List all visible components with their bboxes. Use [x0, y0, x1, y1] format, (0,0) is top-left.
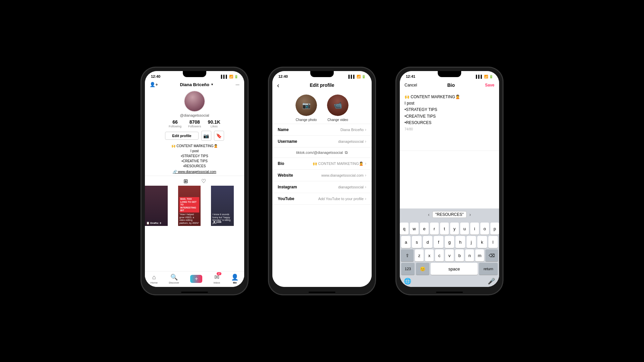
key-r[interactable]: r	[430, 223, 439, 235]
bio-text-content: 🙌 CONTENT MARKETING🙎 I post •STRATEGY TI…	[405, 94, 494, 126]
key-numbers[interactable]: 123	[401, 263, 415, 275]
mic-icon[interactable]: 🎤	[488, 278, 495, 285]
autocorrect-suggestion[interactable]: "RESOURCES"	[432, 211, 467, 218]
key-j[interactable]: j	[467, 236, 476, 248]
phone-1: 12:40 ▌▌▌ 📶 🔋 👤+ Diana Briceño ▼ ···	[141, 67, 248, 295]
discover-icon: 🔍	[170, 274, 178, 281]
ep-title: Edit profile	[310, 82, 334, 88]
globe-icon[interactable]: 🌐	[404, 278, 411, 285]
key-shift[interactable]: ⇧	[401, 249, 414, 261]
key-h[interactable]: h	[455, 236, 465, 248]
key-space[interactable]: space	[431, 263, 478, 275]
avatar[interactable]	[184, 90, 205, 112]
avatar-image	[184, 91, 205, 111]
nav-home[interactable]: ⌂ Home	[151, 274, 158, 284]
bio-textarea-area[interactable]: 🙌 CONTENT MARKETING🙎 I post •STRATEGY TI…	[400, 90, 499, 151]
key-d[interactable]: d	[423, 236, 432, 248]
key-b[interactable]: b	[455, 249, 464, 261]
nav-inbox[interactable]: ✉ 17 Inbox	[214, 274, 220, 284]
profile-stats: 66 Following 8708 Followers 90.1K Likes	[145, 119, 244, 128]
profile-screen: 👤+ Diana Briceño ▼ ··· @dianagetssocial …	[145, 80, 244, 287]
dropdown-icon: ▼	[211, 83, 214, 86]
save-button[interactable]: Save	[485, 83, 494, 87]
notch-2	[310, 71, 334, 77]
ep-tiktok-link-row: tiktok.com/@dianagetssocial ⧉	[272, 147, 372, 158]
add-user-icon[interactable]: 👤+	[150, 82, 158, 87]
bio-header: Cancel Bio Save	[400, 80, 499, 90]
ep-video-circle: 📹	[327, 95, 348, 116]
status-time-1: 12:40	[151, 74, 160, 78]
ep-field-bio[interactable]: Bio 🙌 CONTENT MARKETING🙎 ›	[272, 158, 372, 170]
home-indicator-3	[436, 292, 463, 293]
phone-2-screen: 12:40 ▌▌▌ 📶 🔋 ‹ Edit profile 📷	[272, 71, 372, 287]
ep-change-photo[interactable]: 📷 Change photo	[296, 95, 317, 122]
ep-field-name[interactable]: Name Diana Briceño ›	[272, 124, 372, 136]
keyboard-row-4: 123 😊 space return	[401, 263, 498, 275]
ep-field-website[interactable]: Website www.dianagetssocial.com ›	[272, 170, 372, 181]
bottom-nav: ⌂ Home 🔍 Discover + ✉ 17 Inbox	[145, 271, 244, 287]
ep-header: ‹ Edit profile	[272, 80, 372, 90]
chevron-icon-2: ›	[365, 139, 366, 144]
stat-likes[interactable]: 90.1K Likes	[208, 119, 220, 128]
tab-liked[interactable]: ♡	[201, 178, 206, 184]
key-s[interactable]: s	[412, 236, 421, 248]
tab-grid[interactable]: ⊞	[183, 178, 188, 184]
bio-title: Bio	[447, 82, 455, 88]
key-a[interactable]: a	[401, 236, 411, 248]
key-x[interactable]: x	[425, 249, 434, 261]
edit-profile-button[interactable]: Edit profile	[165, 132, 198, 140]
nav-create-button[interactable]: +	[190, 275, 202, 283]
key-return[interactable]: return	[479, 263, 498, 275]
nav-me[interactable]: 👤 Me	[231, 274, 238, 284]
bio-spacer	[400, 151, 499, 208]
bookmark-button[interactable]: 🔖	[214, 131, 224, 141]
ep-photos: 📷 Change photo 📹 Change video	[272, 90, 372, 124]
key-v[interactable]: v	[445, 249, 454, 261]
cancel-button[interactable]: Cancel	[405, 83, 417, 87]
nav-discover[interactable]: 🔍 Discover	[169, 274, 179, 284]
key-w[interactable]: w	[410, 223, 419, 235]
ep-field-youtube[interactable]: YouTube Add YouTube to your profile ›	[272, 193, 372, 205]
notch-1	[183, 71, 206, 77]
key-z[interactable]: z	[415, 249, 424, 261]
autocorrect-bar: ‹ "RESOURCES" ›	[400, 208, 499, 221]
key-delete[interactable]: ⌫	[485, 249, 498, 261]
video-thumb-2[interactable]: BAD, TOO LONG TO GET TO INTERESTING BIT …	[178, 186, 201, 226]
profile-link[interactable]: 🔗 www.dianagetssocial.com	[145, 170, 244, 174]
stat-followers[interactable]: 8708 Followers	[188, 119, 201, 128]
key-t[interactable]: t	[440, 223, 449, 235]
ep-change-video[interactable]: 📹 Change video	[327, 95, 348, 122]
key-i[interactable]: i	[470, 223, 479, 235]
key-y[interactable]: y	[450, 223, 459, 235]
ep-field-username[interactable]: Username dianagetssocial ›	[272, 136, 372, 147]
key-u[interactable]: u	[460, 223, 469, 235]
ep-field-instagram[interactable]: Instagram dianagetssocial ›	[272, 181, 372, 193]
key-emoji[interactable]: 😊	[416, 263, 429, 275]
back-button[interactable]: ‹	[277, 81, 279, 89]
profile-username-header[interactable]: Diana Briceño ▼	[180, 82, 214, 87]
key-e[interactable]: e	[420, 223, 429, 235]
video-desc-2: "How I helped grow VEED, a video editing…	[179, 213, 200, 225]
instagram-link-button[interactable]: 📷	[201, 131, 211, 141]
notch-3	[438, 71, 461, 77]
key-o[interactable]: o	[480, 223, 489, 235]
status-time-3: 12:41	[406, 74, 415, 78]
copy-icon[interactable]: ⧉	[345, 150, 348, 155]
key-m[interactable]: m	[475, 249, 484, 261]
key-k[interactable]: k	[477, 236, 487, 248]
profile-tabs: ⊞ ♡	[145, 176, 244, 186]
key-c[interactable]: c	[435, 249, 444, 261]
key-l[interactable]: l	[488, 236, 498, 248]
inbox-count-badge: 17	[217, 272, 221, 275]
key-f[interactable]: f	[434, 236, 443, 248]
more-options-icon[interactable]: ···	[235, 82, 239, 87]
key-g[interactable]: g	[445, 236, 454, 248]
home-indicator-1	[181, 292, 208, 293]
key-n[interactable]: n	[465, 249, 474, 261]
stat-following[interactable]: 66 Following	[169, 119, 181, 128]
key-q[interactable]: q	[400, 223, 409, 235]
play-count-3: ▶ 1038	[214, 221, 221, 223]
video-thumb-draft[interactable]: 📋 Drafts: 3	[145, 186, 168, 226]
video-thumb-3[interactable]: I know it sounds funny but "happy Monday…	[211, 186, 234, 226]
key-p[interactable]: p	[490, 223, 499, 235]
